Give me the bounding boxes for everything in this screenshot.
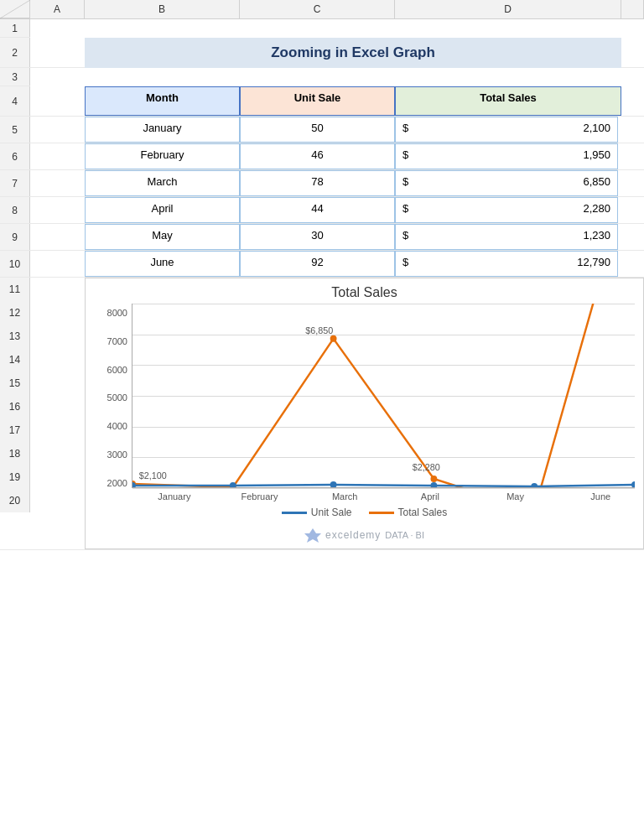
row-header-12: 12: [0, 301, 30, 325]
cell-b8-month[interactable]: April: [85, 197, 240, 223]
svg-point-14: [531, 483, 538, 487]
cell-a4[interactable]: [30, 86, 85, 110]
watermark-icon: [304, 527, 321, 543]
cell-e6: [618, 143, 641, 167]
svg-text:$2,280: $2,280: [413, 462, 440, 472]
cell-e8: [618, 197, 641, 221]
cell-d5-dollar[interactable]: $: [395, 117, 420, 143]
col-header-d: D: [395, 0, 621, 18]
row-9: 9 May 30 $ 1,230: [0, 224, 644, 251]
cell-b6-month[interactable]: February: [85, 143, 240, 169]
spreadsheet-title: Zooming in Excel Graph: [85, 38, 621, 68]
x-axis-labels: January February March April May June: [86, 488, 643, 502]
svg-point-13: [430, 482, 437, 487]
legend-unit-sale-line: [282, 512, 307, 514]
chart-svg: $2,100 $6,850 $2,280: [132, 304, 635, 487]
row-header-10: 10: [0, 251, 30, 277]
cell-a5[interactable]: [30, 117, 85, 140]
watermark-area: exceldemy DATA · BI: [86, 525, 643, 548]
x-label-jan: January: [132, 491, 217, 502]
cell-a10[interactable]: [30, 251, 85, 274]
row-header-7: 7: [0, 170, 30, 196]
cell-a6[interactable]: [30, 143, 85, 167]
gridline-2000: [132, 488, 635, 489]
y-axis-labels: 8000 7000 6000 5000 4000 3000 2000: [94, 304, 132, 488]
spreadsheet: A B C D 1 2 Zooming in Excel Graph 3 4 M…: [0, 0, 644, 550]
cell-a2[interactable]: [30, 38, 85, 61]
corner-cell: [0, 0, 30, 18]
cell-d6-dollar[interactable]: $: [395, 143, 420, 169]
row-header-8: 8: [0, 197, 30, 223]
svg-line-0: [0, 0, 30, 18]
cell-d5-amount[interactable]: 2,100: [420, 117, 618, 143]
row-3: 3: [0, 68, 644, 86]
cell-d6-amount[interactable]: 1,950: [420, 143, 618, 169]
row-header-2: 2: [0, 38, 30, 67]
svg-text:$6,850: $6,850: [305, 325, 333, 335]
row-header-5: 5: [0, 117, 30, 143]
col-header-a: A: [30, 0, 85, 18]
cell-b5-month[interactable]: January: [85, 117, 240, 143]
row-header-17: 17: [0, 418, 30, 442]
cell-b9-month[interactable]: May: [85, 224, 240, 250]
cell-c8-unit[interactable]: 44: [240, 197, 395, 223]
cell-d9-amount[interactable]: 1,230: [420, 224, 618, 250]
row-header-16: 16: [0, 395, 30, 418]
chart-plot-area: 8000 7000 6000 5000 4000 3000 2000: [86, 304, 643, 488]
cell-e4: [621, 86, 644, 110]
x-label-mar: March: [302, 491, 387, 502]
y-label-6000: 6000: [107, 365, 127, 375]
cell-c5-unit[interactable]: 50: [240, 117, 395, 143]
cell-e2: [621, 38, 644, 61]
col-header-c: C: [240, 0, 395, 18]
legend-total-sales-label: Total Sales: [398, 507, 448, 518]
cell-e5: [618, 117, 641, 140]
cell-a9[interactable]: [30, 224, 85, 247]
cell-d10-dollar[interactable]: $: [395, 251, 420, 277]
column-headers-row: A B C D: [0, 0, 644, 19]
cell-b10-month[interactable]: June: [85, 251, 240, 277]
cell-e9: [618, 224, 641, 247]
svg-point-12: [330, 481, 337, 487]
svg-text:$2,100: $2,100: [139, 470, 167, 481]
cell-c6-unit[interactable]: 46: [240, 143, 395, 169]
row-8: 8 April 44 $ 2,280: [0, 197, 644, 224]
cell-b7-month[interactable]: March: [85, 170, 240, 196]
row-7: 7 March 78 $ 6,850: [0, 170, 644, 197]
y-label-4000: 4000: [107, 421, 127, 431]
cell-c10-unit[interactable]: 92: [240, 251, 395, 277]
y-label-2000: 2000: [107, 478, 127, 488]
row-header-3: 3: [0, 68, 30, 86]
cell-d10-amount[interactable]: 12,790: [420, 251, 618, 277]
row-header-6: 6: [0, 143, 30, 169]
cell-e7: [618, 170, 641, 194]
cell-d7-dollar[interactable]: $: [395, 170, 420, 196]
chart-plot: $2,100 $6,850 $2,280: [132, 304, 635, 488]
svg-point-6: [330, 335, 337, 342]
y-label-3000: 3000: [107, 450, 127, 460]
row-header-1: 1: [0, 19, 30, 37]
cell-a7[interactable]: [30, 170, 85, 194]
col-header-total-sales: Total Sales: [395, 86, 621, 116]
chart-title: Total Sales: [86, 278, 643, 304]
cell-c7-unit[interactable]: 78: [240, 170, 395, 196]
col-header-month: Month: [85, 86, 240, 116]
svg-marker-16: [304, 528, 321, 543]
cell-d7-amount[interactable]: 6,850: [420, 170, 618, 196]
svg-point-15: [631, 481, 635, 487]
y-label-5000: 5000: [107, 392, 127, 403]
cell-d8-dollar[interactable]: $: [395, 197, 420, 223]
watermark-text: exceldemy: [325, 529, 381, 541]
row-header-19: 19: [0, 465, 30, 489]
cell-c9-unit[interactable]: 30: [240, 224, 395, 250]
x-label-may: May: [473, 491, 558, 502]
legend-total-sales-line: [369, 512, 394, 514]
svg-point-7: [430, 476, 437, 482]
row-header-18: 18: [0, 442, 30, 465]
cell-d8-amount[interactable]: 2,280: [420, 197, 618, 223]
cell-a8[interactable]: [30, 197, 85, 221]
cell-d9-dollar[interactable]: $: [395, 224, 420, 250]
legend-unit-sale-label: Unit Sale: [311, 507, 352, 518]
row-header-11: 11: [0, 278, 30, 301]
row-1: 1: [0, 19, 644, 38]
